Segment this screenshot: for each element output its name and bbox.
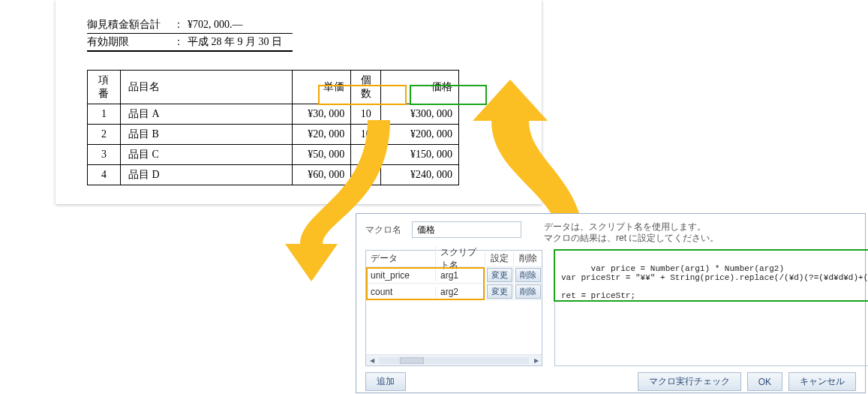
data-grid: データ スクリプト名 設定 削除 unit_pricearg1変更削除count…	[365, 250, 542, 366]
total-row: 御見積金額合計 ： ¥702, 000.―	[87, 17, 293, 34]
header-price: 価格	[381, 71, 459, 104]
grid-cell-del: 削除	[513, 268, 542, 282]
grid-cell-script: arg2	[435, 287, 485, 297]
valid-row: 有効期限 ： 平成 28 年 9 月 30 日	[87, 34, 293, 52]
cell-name: 品目 C	[120, 145, 292, 165]
valid-value: 平成 28 年 9 月 30 日	[188, 34, 293, 50]
macro-name-label: マクロ名	[365, 224, 401, 236]
help-text: データは、スクリプト名を使用します。 マクロの結果は、ret に設定してください…	[544, 221, 719, 244]
delete-button[interactable]: 削除	[515, 284, 541, 299]
cell-name: 品目 A	[120, 104, 292, 125]
cell-count: 3	[351, 145, 381, 165]
add-button[interactable]: 追加	[365, 372, 406, 391]
grid-cell-set: 変更	[485, 284, 513, 299]
grid-cell-del: 削除	[513, 284, 542, 299]
cell-price: ¥240, 000	[381, 165, 459, 185]
grid-row: unit_pricearg1変更削除	[366, 267, 542, 284]
macro-dialog: マクロ名 データは、スクリプト名を使用します。 マクロの結果は、ret に設定し…	[356, 213, 866, 393]
valid-label: 有効期限	[87, 34, 170, 50]
help-line-1: データは、スクリプト名を使用します。	[544, 221, 719, 233]
total-value: ¥702, 000.―	[188, 17, 293, 33]
cell-unit: ¥20, 000	[293, 125, 351, 145]
scroll-thumb[interactable]	[400, 357, 424, 364]
grid-header-del: 削除	[513, 252, 542, 265]
estimate-document: 御見積金額合計 ： ¥702, 000.― 有効期限 ： 平成 28 年 9 月…	[56, 0, 542, 204]
grid-cell-data: count	[366, 287, 435, 297]
colon: ：	[170, 34, 188, 50]
header-unit: 単価	[293, 71, 351, 104]
help-line-2: マクロの結果は、ret に設定してください。	[544, 233, 719, 244]
cell-name: 品目 D	[120, 165, 292, 185]
script-editor[interactable]: var price = Number(arg1) * Number(arg2) …	[554, 250, 868, 366]
colon: ：	[170, 17, 188, 33]
cell-price: ¥300, 000	[381, 104, 459, 125]
scroll-right-icon[interactable]: ▶	[530, 357, 542, 364]
grid-cell-set: 変更	[485, 268, 513, 282]
grid-header: データ スクリプト名 設定 削除	[366, 251, 542, 267]
cell-no: 4	[88, 165, 121, 185]
cell-count: 10	[351, 125, 381, 145]
cell-no: 3	[88, 145, 121, 165]
cell-no: 2	[88, 125, 121, 145]
scroll-left-icon[interactable]: ◀	[366, 357, 377, 364]
quote-header-row: 項番 品目名 単価 個数 価格	[88, 71, 459, 104]
change-button[interactable]: 変更	[487, 268, 512, 282]
ok-button[interactable]: OK	[747, 372, 782, 391]
grid-cell-data: unit_price	[366, 270, 435, 281]
total-label: 御見積金額合計	[87, 17, 170, 33]
macro-check-button[interactable]: マクロ実行チェック	[638, 372, 741, 391]
cell-unit: ¥30, 000	[293, 104, 351, 125]
cell-no: 1	[88, 104, 121, 125]
table-row: 1品目 A¥30, 00010¥300, 000	[88, 104, 459, 125]
cell-unit: ¥60, 000	[293, 165, 351, 185]
table-row: 4品目 D¥60, 0004¥240, 000	[88, 165, 459, 185]
cell-price: ¥200, 000	[381, 125, 459, 145]
delete-button[interactable]: 削除	[515, 268, 541, 282]
cell-count: 4	[351, 165, 381, 185]
header-no: 項番	[88, 71, 121, 104]
grid-header-set: 設定	[485, 252, 513, 265]
grid-header-data: データ	[366, 252, 435, 265]
script-code: var price = Number(arg1) * Number(arg2) …	[561, 264, 868, 300]
header-name: 品目名	[120, 71, 292, 104]
scroll-track[interactable]	[379, 357, 529, 364]
macro-name-input[interactable]	[412, 221, 521, 238]
table-row: 2品目 B¥20, 00010¥200, 000	[88, 125, 459, 145]
quote-table: 項番 品目名 単価 個数 価格 1品目 A¥30, 00010¥300, 000…	[87, 70, 459, 185]
cancel-button[interactable]: キャンセル	[788, 372, 856, 391]
header-count: 個数	[351, 71, 381, 104]
cell-name: 品目 B	[120, 125, 292, 145]
table-row: 3品目 C¥50, 0003¥150, 000	[88, 145, 459, 165]
cell-unit: ¥50, 000	[293, 145, 351, 165]
cell-count: 10	[351, 104, 381, 125]
cell-price: ¥150, 000	[381, 145, 459, 165]
grid-scrollbar[interactable]: ◀ ▶	[366, 354, 542, 365]
change-button[interactable]: 変更	[487, 284, 512, 299]
grid-cell-script: arg1	[435, 270, 485, 281]
grid-row: countarg2変更削除	[366, 284, 542, 300]
